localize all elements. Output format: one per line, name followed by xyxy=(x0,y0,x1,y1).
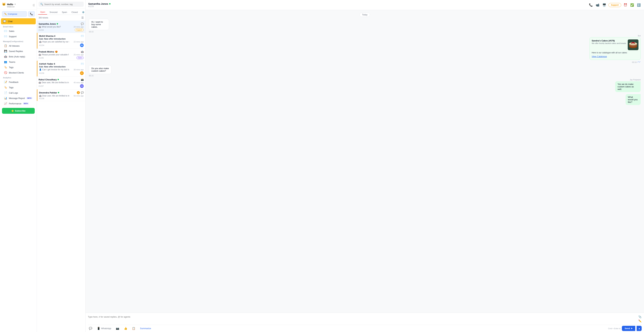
ticket-time: 56 mins ago xyxy=(74,95,84,97)
saved-replies-label: Saved Replies xyxy=(9,50,23,52)
collapse-sidebar-button[interactable]: ⟨⟨ xyxy=(33,4,35,7)
sidebar-item-chat[interactable]: 💬 Chat xyxy=(1,18,36,24)
brand-name: Hello xyxy=(7,3,13,6)
bots-icon: 🤖 xyxy=(4,55,7,58)
chat-icon: 💬 xyxy=(3,20,6,23)
sidebar-item-support[interactable]: ✉️ Support xyxy=(1,34,36,39)
sidebar-item-label: Chat xyxy=(8,20,12,23)
message-bubble: Yes we do make custom cakes as well. xyxy=(615,81,641,92)
ticket-number: #1233 xyxy=(38,29,44,31)
search-input[interactable] xyxy=(44,3,82,6)
ticket-item[interactable]: Mohit Sharma 4 ✉️ Sub: New offer introdu… xyxy=(37,33,85,49)
ticket-item[interactable]: Ashish Yadav 4 ✉️ Sub: New offer introdu… xyxy=(37,61,85,76)
chat-area: Samantha Jones #1233 📞 📹 🖥️ Support ⏰ ✅ … xyxy=(86,0,644,332)
whatsapp-tab-button[interactable]: 📱 WhatsApp xyxy=(96,326,112,331)
sidebar-item-tags-analytics[interactable]: 🏷️ Tags xyxy=(1,85,36,90)
bot-card-desc: Here is our catalogue with all our cakes… xyxy=(592,52,638,54)
sales-email-icon: ✉️ xyxy=(4,30,7,32)
sidebar-item-saved-replies[interactable]: 💾 Saved Replies xyxy=(1,48,36,54)
whatsapp-icon: 📱 xyxy=(97,327,100,330)
sidebar-item-performance[interactable]: 📈 Performance BETA xyxy=(1,101,36,106)
video-call-button[interactable]: 📹 xyxy=(595,2,600,8)
chat-tab-button[interactable]: 💬 xyxy=(88,326,93,331)
support-tag-button[interactable]: Support xyxy=(608,3,621,7)
send-button[interactable]: Send ➤ xyxy=(622,326,635,331)
ticket-item[interactable]: Devendra Patidar 2 💬 🤖 Dear user, We are… xyxy=(37,90,85,101)
sidebar-item-teams[interactable]: 👥 Teams xyxy=(1,59,36,64)
ticket-number: #1235 xyxy=(38,57,44,59)
compose-icon: ✏️ xyxy=(4,13,7,15)
brand-chevron-icon[interactable]: ▾ xyxy=(14,3,16,5)
ticket-preview: 🤖 Dear user, We are thrilled to inform y… xyxy=(38,81,69,84)
emoji-icon: 😍 xyxy=(55,50,58,53)
feedback-icon: 📝 xyxy=(4,80,7,84)
contact-online-dot xyxy=(109,3,110,4)
blocked-label: Blocked Clients xyxy=(9,72,24,74)
call-button[interactable]: 📞 xyxy=(28,11,35,16)
chat-input-field[interactable] xyxy=(88,314,637,323)
info-button[interactable]: ℹ️ xyxy=(636,2,641,8)
sidebar-item-call-logs[interactable]: 📄 Call Logs xyxy=(1,90,36,96)
ticket-item[interactable]: Prateek Mishra 😍 🤖 🤖 Please provide your… xyxy=(37,49,85,61)
sidebar-item-bots[interactable]: 🤖 Bots (Auto reply) xyxy=(1,54,36,59)
ticket-preview: 🤖 Hope you are satisfied by our service.… xyxy=(39,40,69,43)
resolve-button[interactable]: ✅ xyxy=(630,2,634,8)
online-indicator xyxy=(58,79,59,80)
sort-filter-icon[interactable]: ☰ xyxy=(81,16,84,19)
ticket-item[interactable]: Rahul Choudhary 📸 🤖 Dear user, We are th… xyxy=(37,76,85,90)
ticket-item[interactable]: Samantha Jones 💬 🤖 What would you like? … xyxy=(37,21,85,33)
subscribe-button[interactable]: ⭐ Subscribe xyxy=(2,108,35,114)
sidebar-item-blocked-clients[interactable]: 🚫 Blocked Clients xyxy=(1,70,36,75)
agent-avatar: DB xyxy=(80,84,84,88)
message-sender: Jay Panjwani xyxy=(630,79,641,81)
double-tick-icon: ✓✓ xyxy=(637,61,641,63)
attach-file-button[interactable]: 📎 xyxy=(638,315,642,318)
chevron-up-icon: ▲ xyxy=(638,327,640,330)
ticket-preview: 🤖 What would you like? xyxy=(38,26,61,28)
send-label: Send xyxy=(624,327,630,330)
email-channel-icon: ✉️ xyxy=(81,62,84,65)
sidebar-item-message-report[interactable]: 📊 Message Report BETA xyxy=(1,96,36,101)
compose-label: Compose xyxy=(8,13,17,15)
agent-avatar: AY xyxy=(80,71,84,75)
cmd-hint-text: Cmd + Enter to xyxy=(608,328,620,330)
emoji-brush-button[interactable]: ✏️ xyxy=(638,320,642,322)
sidebar-item-all-inboxes[interactable]: 📋 All Inboxes xyxy=(1,43,36,48)
svg-point-9 xyxy=(634,42,634,43)
notes-tab-button[interactable]: 📋 xyxy=(131,326,136,331)
compose-button[interactable]: ✏️ Compose xyxy=(2,11,27,16)
subscribe-label: Subscribe xyxy=(15,110,26,112)
ticket-tabs: Open Snoozed Spam Closed ⚙️ xyxy=(37,8,85,15)
online-indicator xyxy=(58,92,59,93)
message-row: Do you also make custom cakes? xyxy=(89,65,126,74)
ticket-time: 25 mins ago xyxy=(74,54,84,56)
send-expand-button[interactable]: ▲ xyxy=(636,326,642,331)
agent-avatar: SK xyxy=(80,44,84,47)
star-icon: ⭐ xyxy=(11,110,14,112)
all-inboxes-label: All Inboxes xyxy=(9,44,20,47)
sidebar-item-feedback[interactable]: 📝 Feedback xyxy=(1,79,36,85)
tab-snoozed[interactable]: Snoozed xyxy=(48,10,59,14)
tab-closed[interactable]: Closed xyxy=(70,10,80,14)
screen-share-button[interactable]: 🖥️ xyxy=(602,2,607,8)
sidebar-support-label: Support xyxy=(9,35,16,38)
tab-spam[interactable]: Spam xyxy=(60,10,69,14)
ticket-preview: 👤 Can I get invoice for my last transact… xyxy=(39,68,69,71)
summarize-button[interactable]: Summarize xyxy=(139,326,152,330)
chat-mode-icon: 💬 xyxy=(89,327,92,330)
svg-point-5 xyxy=(631,42,632,44)
svg-point-7 xyxy=(634,42,635,44)
phone-call-button[interactable]: 📞 xyxy=(588,2,593,8)
view-catalogue-link[interactable]: View Catalogue xyxy=(592,55,638,58)
sidebar-item-sales[interactable]: ✉️ Sales xyxy=(1,28,36,34)
ticket-count: 350 tickets xyxy=(38,16,48,19)
ticket-name: Mohit Sharma 4 xyxy=(39,35,55,37)
ticket-preview: 🤖 Please provide your valuable feedback. xyxy=(38,54,69,56)
chat-input-icons: 📎 ✏️ xyxy=(638,314,642,322)
instagram-tab-button[interactable]: 📷 xyxy=(115,326,120,331)
facebook-tab-button[interactable]: 👍 xyxy=(123,326,128,331)
alarm-button[interactable]: ⏰ xyxy=(623,2,628,8)
tab-open[interactable]: Open xyxy=(38,10,47,14)
ticket-number: #1236 xyxy=(39,72,44,74)
sidebar-item-tags[interactable]: 🏷️ Tags xyxy=(1,64,36,70)
